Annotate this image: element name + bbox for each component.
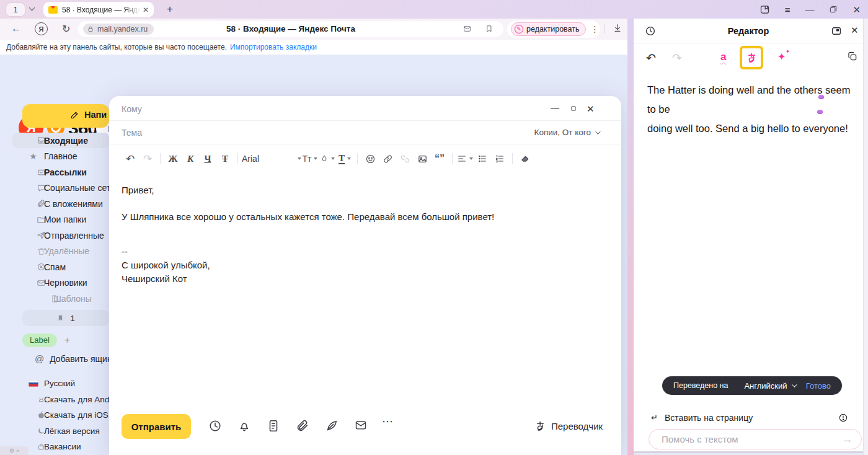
compose-button[interactable]: Напи [22, 104, 109, 128]
undo-icon[interactable]: ↶ [122, 150, 139, 167]
schedule-send-icon[interactable] [208, 419, 222, 433]
sidebar-item-attachments[interactable]: С вложениями [12, 196, 109, 211]
numbered-list-icon[interactable] [491, 150, 508, 167]
info-warning-icon[interactable] [838, 413, 848, 423]
submit-arrow-icon[interactable]: → [841, 433, 852, 446]
browser-tab[interactable]: 58 · Входящие — Яндек ✕ [43, 2, 154, 17]
add-mailbox-button[interactable]: @ Добавить ящик [35, 353, 111, 364]
underline-button[interactable]: Ч [199, 150, 216, 167]
sidebar-item-my-folders[interactable]: Мои папки [12, 212, 109, 228]
sidebar-item-social[interactable]: Социальные сети [12, 180, 109, 196]
mailto-icon[interactable] [463, 25, 472, 33]
insert-to-page-row[interactable]: Вставить на страницу [649, 411, 848, 425]
open-in-window-icon[interactable] [831, 25, 842, 37]
reload-icon[interactable]: ↻ [62, 23, 70, 35]
edit-extension-button[interactable]: ✎ редактировать [511, 22, 586, 36]
strikethrough-button[interactable]: Т [216, 150, 234, 167]
sidebar-item-main[interactable]: ★ Главное [12, 149, 109, 164]
downloads-icon[interactable] [613, 22, 622, 33]
to-field[interactable]: Кому — ✕ [109, 96, 621, 121]
send-button[interactable]: Отправить [122, 414, 191, 439]
window-restore-button[interactable] [829, 5, 838, 14]
import-bookmarks-link[interactable]: Импортировать закладки [230, 43, 317, 51]
compose-close-icon[interactable]: ✕ [587, 104, 595, 115]
sidebar-item-spam[interactable]: Спам [12, 259, 109, 275]
bulleted-list-icon[interactable] [474, 150, 491, 167]
compose-pencil-icon [70, 110, 79, 120]
sidebar-item-sent[interactable]: Отправленные [12, 228, 109, 243]
history-clock-icon[interactable] [645, 25, 656, 37]
italic-button[interactable]: К [182, 150, 199, 167]
tab-counter[interactable]: 1 [6, 3, 25, 16]
panel-redo-icon[interactable]: ↷ [672, 51, 682, 65]
drafts-icon [28, 278, 38, 288]
site-security-chip[interactable]: mail.yandex.ru [83, 24, 154, 35]
cc-from-toggle[interactable]: Копии, От кого [534, 128, 599, 137]
remove-link-icon[interactable] [396, 150, 414, 167]
reminder-bell-icon[interactable] [237, 419, 251, 433]
url-field[interactable]: 58 · Входящие — Яндекс Почта mail.yandex… [78, 21, 503, 37]
font-family-select[interactable]: Arial [242, 150, 301, 167]
new-tab-button[interactable]: + [162, 2, 177, 17]
window-close-button[interactable]: ✕ [852, 5, 861, 14]
sidebar-panel-icon[interactable] [760, 4, 770, 15]
sidebar-item-newsletters[interactable]: Рассылки [12, 164, 109, 180]
emoji-icon[interactable] [361, 150, 379, 167]
checklist-icon[interactable] [267, 419, 280, 433]
insert-link-icon[interactable] [379, 150, 396, 167]
window-minimize-button[interactable]: — [805, 5, 814, 14]
ai-sparkles-icon[interactable]: ✦ [777, 51, 786, 62]
text-color-button[interactable]: Т [336, 150, 353, 167]
translate-highlight-box[interactable] [740, 46, 763, 69]
sidebar-item-inbox[interactable]: Входящие [12, 133, 109, 148]
ai-prompt-input[interactable]: Помочь с текстом → [649, 429, 862, 449]
spellcheck-icon[interactable]: a [720, 51, 726, 63]
bookmark-icon[interactable] [485, 24, 494, 33]
bookmark-flag-icon [56, 314, 64, 322]
saved-bookmarks-filter[interactable]: 1 [22, 310, 109, 326]
tab-close-icon[interactable]: ✕ [143, 6, 149, 14]
bold-button[interactable]: Ж [164, 150, 182, 167]
panel-close-icon[interactable]: ✕ [851, 25, 859, 36]
more-actions-icon[interactable]: ⋯ [382, 415, 393, 428]
tabs-dropdown-icon[interactable] [29, 5, 35, 11]
selection-handle[interactable] [817, 110, 823, 113]
sidebar-item-templates[interactable]: Шаблоны [12, 291, 109, 306]
highlight-color-button[interactable] [319, 150, 336, 167]
download-ios-link[interactable]: Скачать для iOS [12, 407, 109, 423]
panel-undo-icon[interactable]: ↶ [646, 51, 656, 65]
language-link[interactable]: Русский [12, 376, 109, 391]
download-android-link[interactable]: Скачать для Andro [12, 392, 109, 407]
quote-icon[interactable]: “” [431, 150, 448, 167]
attach-file-icon[interactable] [296, 419, 309, 433]
translated-text[interactable]: The Hatter is doing well and the others … [647, 81, 854, 138]
translator-button[interactable]: Переводчик [534, 420, 603, 432]
compose-expand-icon[interactable] [570, 105, 577, 112]
label-pill[interactable]: Label [22, 334, 57, 347]
extension-menu-icon[interactable]: ⋮ [591, 24, 600, 34]
redo-icon[interactable]: ↷ [139, 150, 156, 167]
done-button[interactable]: Готово [806, 381, 831, 391]
align-icon[interactable] [456, 150, 474, 167]
browser-corner-widget[interactable]: ⚙» [0, 446, 29, 455]
font-size-select[interactable]: Tт [301, 150, 319, 167]
sidebar-item-deleted[interactable]: Удалённые [12, 244, 109, 259]
body-line: Привет, [122, 185, 154, 195]
selection-handle[interactable] [818, 95, 824, 99]
signature-pen-icon[interactable] [325, 419, 339, 433]
light-version-link[interactable]: Лёгкая версия [12, 423, 109, 439]
back-icon[interactable]: ← [11, 23, 21, 34]
browser-menu-icon[interactable]: ≡ [785, 5, 790, 14]
sidebar-item-drafts[interactable]: Черновики [12, 275, 109, 291]
copy-icon[interactable] [847, 51, 858, 62]
add-label-icon[interactable]: + [64, 335, 70, 346]
yandex-button-icon[interactable]: Я [35, 22, 48, 35]
letter-template-icon[interactable] [354, 419, 368, 431]
moon-icon [28, 426, 38, 435]
clear-formatting-icon[interactable] [516, 150, 534, 167]
language-select[interactable]: Английский [744, 381, 795, 391]
panel-gradient-divider[interactable] [627, 19, 634, 455]
subject-field[interactable]: Тема Копии, От кого [109, 121, 621, 144]
insert-image-icon[interactable] [414, 150, 431, 167]
compose-minimize-icon[interactable]: — [551, 104, 559, 112]
